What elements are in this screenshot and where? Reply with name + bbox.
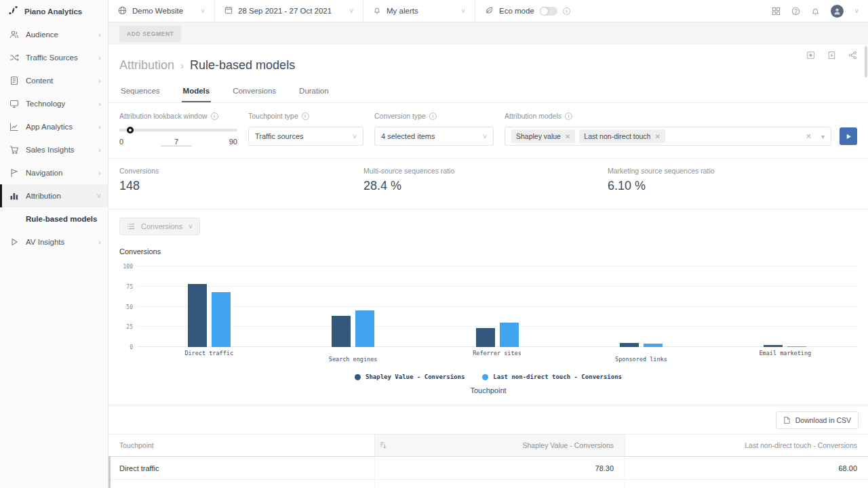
slider-track (119, 129, 237, 131)
export-icon[interactable] (827, 51, 836, 60)
sidebar-item-traffic-sources[interactable]: Traffic Sources › (0, 46, 108, 69)
model-chip: Last non-direct touch✕ (579, 129, 665, 143)
leaf-icon (485, 6, 494, 16)
add-widget-icon[interactable] (806, 51, 815, 60)
bell-icon (373, 6, 381, 16)
chevron-right-icon: › (98, 238, 101, 246)
help-icon[interactable] (791, 7, 800, 16)
shuffle-icon (9, 53, 19, 63)
chart-line-icon (9, 122, 19, 132)
tab-sequences[interactable]: Sequences (119, 83, 161, 102)
column-header-shapley[interactable]: Shapley Value - Conversions (374, 434, 625, 457)
sidebar-item-navigation[interactable]: Navigation › (0, 161, 108, 184)
play-icon (9, 237, 19, 247)
sidebar-item-sales-insights[interactable]: Sales Insights › (0, 138, 108, 161)
info-icon: i (565, 113, 572, 120)
legend-dot (482, 374, 488, 380)
user-avatar[interactable] (831, 5, 844, 18)
page-title: Rule-based models (190, 58, 295, 73)
conversion-type-select[interactable]: 4 selected items ˅ (374, 127, 494, 146)
remove-chip-icon[interactable]: ✕ (654, 133, 660, 140)
column-header-lastnondirect[interactable]: Last non-direct touch - Conversions (625, 434, 868, 457)
chevron-down-icon: ˅ (349, 7, 353, 15)
brand-name: Piano Analytics (24, 7, 82, 16)
table-toolbar: Download in CSV (108, 407, 868, 434)
chevron-right-icon: › (98, 123, 101, 131)
touchpoint-type-select[interactable]: Traffic sources ˅ (248, 127, 363, 146)
share-icon[interactable] (848, 51, 857, 60)
download-csv-button[interactable]: Download in CSV (776, 411, 859, 429)
chevron-right-icon: › (98, 146, 101, 154)
tabs: SequencesModelsConversionsDuration (108, 83, 868, 103)
lookback-value-input[interactable] (161, 138, 192, 146)
x-axis-categories: Direct trafficSearch enginesReferrer sit… (137, 347, 857, 363)
column-header-touchpoint[interactable]: Touchpoint (108, 434, 374, 457)
clear-selection-icon[interactable]: ✕ (806, 132, 812, 141)
site-name: Demo Website (132, 7, 183, 15)
sidebar-item-technology[interactable]: Technology › (0, 92, 108, 115)
site-selector[interactable]: Demo Website ˅ (108, 0, 215, 22)
tab-models[interactable]: Models (182, 83, 212, 102)
bar (355, 310, 374, 347)
table-scrollbar[interactable] (108, 456, 111, 488)
sidebar-subitem-rule-based-models[interactable]: Rule-based models (0, 207, 108, 230)
remove-chip-icon[interactable]: ✕ (565, 133, 570, 140)
run-query-button[interactable] (840, 127, 857, 145)
conversion-type-value: 4 selected items (381, 132, 435, 140)
kpi-row: Conversions 148Multi-source sequences ra… (108, 159, 868, 209)
metric-selector-value: Conversions (141, 222, 182, 230)
legend-entry[interactable]: Shapley Value - Conversions (355, 373, 465, 380)
bar (188, 284, 207, 347)
lookback-slider[interactable] (119, 127, 237, 134)
piano-logo-icon (8, 5, 19, 18)
sidebar-item-av-insights[interactable]: AV Insights › (0, 230, 108, 253)
attribution-models-label: Attribution models (505, 112, 561, 120)
attribution-models-select[interactable]: Shapley value✕Last non-direct touch✕ ✕ ▾ (505, 127, 831, 146)
bar (787, 346, 806, 347)
chevron-right-icon: › (98, 30, 101, 39)
topbar-right: ˅ (772, 5, 868, 18)
notifications-bell-icon[interactable] (811, 7, 820, 16)
conversion-type-filter: Conversion type i 4 selected items ˅ (374, 112, 494, 158)
page-scrollbar-thumb[interactable] (865, 46, 867, 77)
metric-selector[interactable]: Conversions ˅ (119, 218, 200, 235)
chevron-down-icon[interactable]: ▾ (821, 133, 825, 140)
tab-conversions[interactable]: Conversions (231, 83, 277, 102)
chevron-down-icon: ˅ (353, 133, 357, 140)
alerts-selector[interactable]: My alerts ˅ (363, 0, 475, 22)
bar (620, 343, 639, 347)
sidebar-item-attribution[interactable]: Attribution ˅ (0, 184, 108, 207)
date-range-selector[interactable]: 28 Sep 2021 - 27 Oct 2021 ˅ (215, 0, 363, 22)
segment-bar: ADD SEGMENT (108, 22, 868, 45)
chevron-down-icon[interactable]: ˅ (854, 7, 859, 15)
attribution-table: Touchpoint Shapley Value - Conversions L… (108, 434, 868, 488)
main-content: Attribution › Rule-based models Sequence… (108, 45, 868, 488)
chevron-right-icon: › (98, 54, 101, 62)
bar (212, 292, 231, 347)
breadcrumb-parent[interactable]: Attribution (119, 58, 174, 73)
sidebar-item-app-analytics[interactable]: App Analytics › (0, 115, 108, 138)
legend-entry[interactable]: Last non-direct touch - Conversions (482, 373, 622, 380)
bar (500, 323, 519, 347)
add-segment-button[interactable]: ADD SEGMENT (119, 26, 181, 42)
flag-icon (9, 168, 19, 178)
chevron-down-icon: ˅ (461, 7, 465, 15)
slider-min: 0 (119, 138, 123, 146)
category-label: Search engines (281, 347, 425, 363)
sidebar-item-audience[interactable]: Audience › (0, 23, 108, 46)
play-run-icon (846, 134, 852, 140)
file-icon (783, 416, 791, 424)
sort-icon[interactable] (380, 442, 386, 450)
info-icon: i (429, 113, 437, 120)
slider-handle[interactable] (127, 127, 134, 134)
sidebar-item-content[interactable]: Content › (0, 69, 108, 92)
conversion-type-label: Conversion type (374, 112, 426, 120)
info-icon: i (563, 7, 570, 15)
tab-duration[interactable]: Duration (298, 83, 330, 102)
kpi-marketing-source-sequences-ratio: Marketing source sequences ratio 6.10 % (608, 167, 852, 209)
brand-header[interactable]: Piano Analytics (0, 0, 108, 23)
category-label: Email marketing (713, 347, 857, 363)
eco-mode-toggle[interactable] (540, 7, 557, 16)
chart-section: Conversions ˅ Conversions 0255075100 Dir… (108, 209, 868, 404)
apps-grid-icon[interactable] (772, 7, 781, 16)
